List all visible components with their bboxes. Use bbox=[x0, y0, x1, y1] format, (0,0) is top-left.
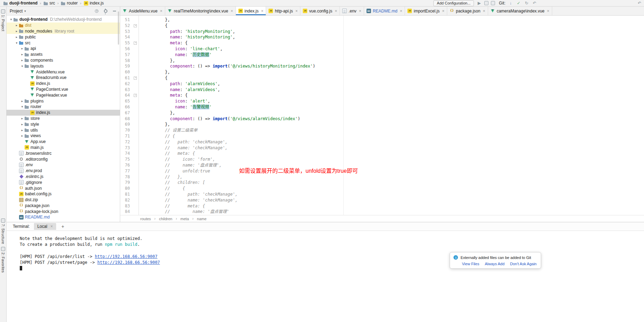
code-line[interactable]: // name: 'checkManage', bbox=[150, 197, 644, 203]
chevron-right-icon[interactable]: ▸ bbox=[20, 117, 25, 120]
tab-close-icon[interactable]: × bbox=[50, 224, 53, 229]
tab-close-icon[interactable]: × bbox=[261, 9, 263, 13]
tree-item-views[interactable]: ▸views bbox=[7, 133, 120, 139]
tree-item-main.js[interactable]: main.js bbox=[7, 145, 120, 151]
tree-item-index.js[interactable]: index.js bbox=[7, 110, 120, 116]
code-line[interactable]: }, bbox=[150, 58, 644, 64]
tree-item-babel.config.js[interactable]: babel.config.js bbox=[7, 191, 120, 197]
tree-item-auth.json[interactable]: auth.json bbox=[7, 185, 120, 191]
tree-item-router[interactable]: ▾router bbox=[7, 104, 120, 110]
code-line[interactable]: { bbox=[150, 23, 644, 29]
code-line[interactable]: // { bbox=[150, 133, 644, 139]
project-scrollbar[interactable] bbox=[118, 11, 119, 45]
code-line[interactable]: path: 'alarmVideos', bbox=[150, 81, 644, 87]
add-configuration-button[interactable]: Add Configuration... bbox=[433, 0, 474, 6]
code-area[interactable]: }, { path: 'historyMonitoring', name: 'h… bbox=[139, 16, 644, 215]
git-rollback-icon[interactable]: ↶ bbox=[532, 1, 537, 6]
breadcrumb-routes[interactable]: routes bbox=[140, 217, 151, 221]
tab-package.json[interactable]: package.json× bbox=[447, 7, 488, 15]
tree-item-package.json[interactable]: package.json bbox=[7, 203, 120, 209]
chevron-right-icon[interactable]: ▸ bbox=[14, 29, 19, 33]
code-line[interactable]: name: '历史数据' bbox=[150, 52, 644, 58]
code-line[interactable]: meta: { bbox=[150, 92, 644, 98]
tab-close-icon[interactable]: × bbox=[400, 9, 402, 13]
breadcrumb-children[interactable]: children bbox=[159, 217, 173, 221]
chevron-right-icon[interactable]: ▸ bbox=[14, 24, 19, 27]
tool-button-project[interactable]: 1: Project bbox=[0, 9, 6, 31]
fold-icon[interactable] bbox=[130, 40, 139, 46]
chevron-right-icon[interactable]: ▸ bbox=[14, 35, 19, 39]
tree-item-App.vue[interactable]: App.vue bbox=[7, 139, 120, 145]
tree-item-utils[interactable]: ▸utils bbox=[7, 127, 120, 133]
code-line[interactable]: }, bbox=[150, 69, 644, 75]
chevron-down-icon[interactable]: ▾ bbox=[20, 105, 25, 108]
chevron-down-icon[interactable]: ▾ bbox=[14, 41, 19, 45]
chevron-right-icon[interactable]: ▸ bbox=[20, 53, 25, 56]
tree-item-index.js[interactable]: index.js bbox=[7, 81, 120, 87]
tree-item-dist[interactable]: ▸dist bbox=[7, 23, 120, 28]
code-line[interactable]: name: '告警视频' bbox=[150, 104, 644, 110]
git-commit-icon[interactable]: ✓ bbox=[516, 1, 521, 6]
tree-item-dist.zip[interactable]: dist.zip bbox=[7, 197, 120, 203]
fold-icon[interactable] bbox=[130, 75, 139, 81]
code-line[interactable]: icon: 'line-chart', bbox=[150, 46, 644, 52]
code-line[interactable]: component: () => import('@/views/alarmVi… bbox=[150, 116, 644, 122]
tree-item-package-lock.json[interactable]: package-lock.json bbox=[7, 208, 120, 214]
tree-item-.env.prod[interactable]: .env.prod bbox=[7, 168, 120, 174]
fold-icon[interactable] bbox=[130, 23, 139, 29]
chevron-right-icon[interactable]: ▸ bbox=[20, 134, 25, 137]
chevron-right-icon[interactable]: ▸ bbox=[20, 99, 25, 103]
chevron-right-icon[interactable]: ▸ bbox=[20, 59, 25, 62]
notification-action-always-add[interactable]: Always Add bbox=[485, 262, 504, 266]
tab-close-icon[interactable]: × bbox=[295, 9, 298, 13]
code-line[interactable]: name: 'historyMonitoring', bbox=[150, 34, 644, 40]
breadcrumb-duoji-frontend[interactable]: duoji-frontend bbox=[3, 1, 38, 6]
code-line[interactable]: }, bbox=[150, 17, 644, 23]
chevron-right-icon[interactable]: ▸ bbox=[20, 128, 25, 132]
tool-button-favorites[interactable]: 2: Favorites bbox=[0, 247, 6, 272]
code-line[interactable]: name: 'alarmVideos', bbox=[150, 87, 644, 93]
code-line[interactable]: // name: '盘点管理' bbox=[150, 209, 644, 215]
tool-button-structure[interactable]: 7: Structure bbox=[0, 218, 6, 244]
chevron-down-icon[interactable]: ▾ bbox=[9, 18, 14, 21]
tree-item-.env[interactable]: .env bbox=[7, 162, 120, 168]
tree-item-.editorconfig[interactable]: .editorconfig bbox=[7, 156, 120, 162]
profiler-icon[interactable] bbox=[491, 1, 495, 5]
breadcrumb-index.js[interactable]: index.js bbox=[83, 1, 105, 6]
settings-gear-icon[interactable] bbox=[104, 9, 108, 13]
tab-close-icon[interactable]: × bbox=[231, 9, 233, 13]
tree-item-plugins[interactable]: ▸plugins bbox=[7, 98, 120, 104]
code-line[interactable]: // children: [ bbox=[150, 180, 644, 186]
code-line[interactable]: // path: 'checkManage', bbox=[150, 139, 644, 145]
tab-cameraManage\index.vue[interactable]: cameraManage\index.vue× bbox=[488, 7, 552, 15]
code-line[interactable]: // path: 'checkManage', bbox=[150, 191, 644, 197]
tree-item-store[interactable]: ▸store bbox=[7, 116, 120, 122]
tab-vue.config.js[interactable]: vue.config.js× bbox=[300, 7, 340, 15]
code-line[interactable]: icon: 'alert', bbox=[150, 98, 644, 104]
terminal-link[interactable]: http://192.168.66.56:9007 bbox=[97, 260, 160, 265]
tree-item-src[interactable]: ▾src bbox=[7, 40, 120, 46]
code-line[interactable]: { bbox=[150, 75, 644, 81]
code-line[interactable]: // 设置二级菜单 bbox=[150, 127, 644, 133]
git-history-icon[interactable]: ↻ bbox=[524, 1, 529, 6]
run-icon[interactable]: ▶ bbox=[476, 1, 482, 6]
debug-icon[interactable] bbox=[484, 1, 488, 5]
tab-realTimeMonitoring\index.vue[interactable]: realTimeMonitoring\index.vue× bbox=[165, 7, 236, 15]
project-panel-title[interactable]: Project ▾ bbox=[10, 9, 26, 14]
tree-item-assets[interactable]: ▸assets bbox=[7, 52, 120, 57]
tab-importExcel.js[interactable]: importExcel.js× bbox=[405, 7, 447, 15]
code-line[interactable]: // name: '盘点管理', bbox=[150, 162, 644, 168]
tab-http-api.js[interactable]: http-api.js× bbox=[266, 7, 300, 15]
code-line[interactable]: }, bbox=[150, 110, 644, 116]
locate-file-icon[interactable] bbox=[95, 9, 99, 13]
tree-item-components[interactable]: ▸components bbox=[7, 57, 120, 63]
code-line[interactable]: // }, bbox=[150, 174, 644, 180]
chevron-right-icon[interactable]: ▸ bbox=[20, 123, 25, 126]
breadcrumb-src[interactable]: src bbox=[43, 1, 56, 6]
code-line[interactable]: path: 'historyMonitoring', bbox=[150, 29, 644, 35]
tree-item-.browserslistrc[interactable]: .browserslistrc bbox=[7, 150, 120, 156]
tab-close-icon[interactable]: × bbox=[359, 9, 361, 13]
history-icon[interactable]: ↶ bbox=[638, 1, 641, 6]
tab-README.md[interactable]: README.md× bbox=[364, 7, 405, 15]
breadcrumb-meta[interactable]: meta bbox=[180, 217, 189, 221]
